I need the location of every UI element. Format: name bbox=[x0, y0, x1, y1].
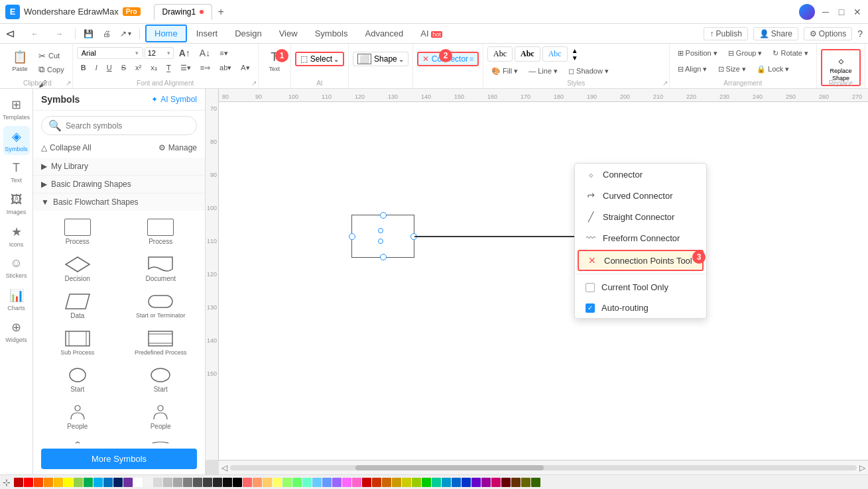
symbol-item-predefined-process[interactable]: Predefined Process bbox=[122, 327, 200, 358]
color-swatch[interactable] bbox=[302, 478, 312, 487]
tab-advanced[interactable]: Advanced bbox=[357, 26, 411, 41]
color-swatch[interactable] bbox=[422, 478, 431, 487]
symbol-item-subprocess[interactable]: Sub Process bbox=[38, 327, 117, 358]
color-swatch[interactable] bbox=[203, 478, 212, 487]
group-btn[interactable]: ⊟ Group ▾ bbox=[724, 46, 767, 60]
symbol-item-start-1[interactable]: Start bbox=[38, 364, 117, 396]
symbol-item-people-1[interactable]: People bbox=[38, 401, 117, 433]
tab-view[interactable]: View bbox=[271, 26, 306, 41]
symbol-item-process-1[interactable]: Process bbox=[38, 216, 117, 248]
symbol-group-basic-flowchart-header[interactable]: ▼ Basic Flowchart Shapes bbox=[33, 193, 205, 211]
lock-btn[interactable]: 🔒 Lock ▾ bbox=[753, 62, 793, 76]
symbol-item-document[interactable]: Document bbox=[122, 253, 200, 285]
color-swatch[interactable] bbox=[332, 478, 341, 487]
color-swatch[interactable] bbox=[531, 478, 540, 487]
tab-symbols[interactable]: Symbols bbox=[307, 26, 356, 41]
color-swatch[interactable] bbox=[153, 478, 162, 487]
help-btn[interactable]: ? bbox=[857, 28, 863, 39]
color-swatch[interactable] bbox=[34, 478, 43, 487]
color-swatch[interactable] bbox=[54, 478, 63, 487]
collapse-all-button[interactable]: △ Collapse All bbox=[41, 143, 92, 152]
connection-point-center-1[interactable] bbox=[378, 228, 383, 233]
style-abc-3[interactable]: Abc bbox=[542, 46, 568, 62]
color-swatch[interactable] bbox=[113, 478, 123, 487]
align-btn[interactable]: ⊟ Align ▾ bbox=[674, 62, 712, 76]
search-input[interactable] bbox=[66, 121, 190, 131]
connection-point-center-2[interactable] bbox=[378, 239, 383, 244]
color-swatch[interactable] bbox=[243, 478, 252, 487]
color-swatch[interactable] bbox=[362, 478, 371, 487]
dropdown-item-connection-points[interactable]: ✕ Connection Points Tool bbox=[578, 250, 704, 271]
tab-home-fwd[interactable]: → bbox=[48, 27, 71, 40]
dropdown-current-tool-only[interactable]: Current Tool Only bbox=[575, 277, 706, 298]
color-swatch[interactable] bbox=[372, 478, 381, 487]
dropdown-item-connector[interactable]: ⬦ Connector bbox=[575, 164, 706, 185]
color-swatch[interactable] bbox=[521, 478, 530, 487]
font-color-btn[interactable]: A▾ bbox=[237, 61, 253, 74]
text-format-btn[interactable]: T̲ bbox=[162, 61, 175, 74]
color-swatch[interactable] bbox=[491, 478, 501, 487]
color-swatch[interactable] bbox=[253, 478, 262, 487]
tab-home-back[interactable]: ← bbox=[23, 27, 46, 40]
subscript-btn[interactable]: x₂ bbox=[147, 61, 161, 74]
font-expand[interactable]: ↗ bbox=[251, 80, 257, 87]
eyedropper-icon[interactable]: ⊹ bbox=[3, 477, 11, 488]
sidebar-item-stickers[interactable]: ☺ Stickers bbox=[3, 253, 30, 282]
dropdown-item-straight[interactable]: ╱ Straight Connector bbox=[575, 206, 706, 227]
color-swatch[interactable] bbox=[263, 478, 272, 487]
color-swatch[interactable] bbox=[143, 478, 153, 487]
indent-btn[interactable]: ≡⇒ bbox=[196, 61, 214, 74]
color-swatch[interactable] bbox=[481, 478, 491, 487]
quick-access-icon[interactable]: ⊲ bbox=[5, 27, 15, 41]
color-swatch[interactable] bbox=[273, 478, 282, 487]
maximize-button[interactable]: □ bbox=[836, 7, 847, 17]
clipboard-expand[interactable]: ↗ bbox=[66, 80, 71, 87]
scrollbar-thumb[interactable] bbox=[355, 465, 544, 470]
current-tool-checkbox[interactable] bbox=[586, 283, 595, 292]
color-swatch[interactable] bbox=[342, 478, 351, 487]
save-btn[interactable]: 💾 bbox=[80, 28, 97, 40]
styles-expand[interactable]: ↗ bbox=[662, 80, 668, 87]
color-swatch[interactable] bbox=[452, 478, 461, 487]
color-swatch[interactable] bbox=[312, 478, 322, 487]
color-swatch[interactable] bbox=[412, 478, 421, 487]
color-swatch[interactable] bbox=[133, 478, 143, 487]
color-swatch[interactable] bbox=[382, 478, 391, 487]
publish-btn[interactable]: ↑ Publish bbox=[704, 27, 747, 40]
color-swatch[interactable] bbox=[64, 478, 73, 487]
user-avatar[interactable] bbox=[799, 4, 815, 20]
sidebar-item-symbols[interactable]: ◈ Symbols bbox=[3, 126, 30, 155]
add-tab-button[interactable]: + bbox=[214, 5, 228, 19]
line-btn[interactable]: — Line ▾ bbox=[525, 64, 562, 78]
color-swatch[interactable] bbox=[462, 478, 471, 487]
text-case-btn[interactable]: ab▾ bbox=[216, 61, 235, 74]
color-swatch[interactable] bbox=[213, 478, 222, 487]
canvas-white[interactable] bbox=[219, 102, 868, 460]
copy-btn[interactable]: ⧉ Copy bbox=[34, 63, 68, 76]
color-swatch[interactable] bbox=[93, 478, 103, 487]
underline-btn[interactable]: U bbox=[103, 61, 116, 74]
more-symbols-button[interactable]: More Symbols bbox=[41, 449, 197, 469]
font-increase-btn[interactable]: A↑ bbox=[175, 46, 194, 60]
color-swatch[interactable] bbox=[24, 478, 33, 487]
font-decrease-btn[interactable]: A↓ bbox=[196, 46, 214, 60]
sidebar-item-icons[interactable]: ★ Icons bbox=[3, 221, 30, 250]
color-swatch[interactable] bbox=[173, 478, 182, 487]
close-button[interactable]: ✕ bbox=[852, 7, 863, 17]
font-size-select[interactable]: 12 ▾ bbox=[145, 47, 174, 59]
fill-btn[interactable]: 🎨 Fill ▾ bbox=[487, 64, 522, 78]
color-swatch[interactable] bbox=[103, 478, 113, 487]
shadow-btn[interactable]: ◻ Shadow ▾ bbox=[564, 64, 613, 78]
shape-left[interactable] bbox=[351, 215, 414, 258]
position-btn[interactable]: ⊞ Position ▾ bbox=[674, 46, 721, 60]
symbol-item-database[interactable]: Database bbox=[122, 438, 200, 443]
style-abc-1[interactable]: Abc bbox=[487, 46, 513, 62]
color-swatch[interactable] bbox=[84, 478, 93, 487]
symbol-item-data[interactable]: Data bbox=[38, 290, 117, 322]
list-btn[interactable]: ☰▾ bbox=[176, 61, 195, 74]
shape-button[interactable]: ⬜ Shape ⌄ bbox=[353, 52, 408, 66]
select-button[interactable]: ⬚ Select ⌄ bbox=[295, 52, 344, 66]
color-swatch[interactable] bbox=[74, 478, 83, 487]
options-btn[interactable]: ⚙ Options bbox=[804, 27, 852, 40]
sidebar-item-images[interactable]: 🖼 Images bbox=[3, 190, 30, 219]
